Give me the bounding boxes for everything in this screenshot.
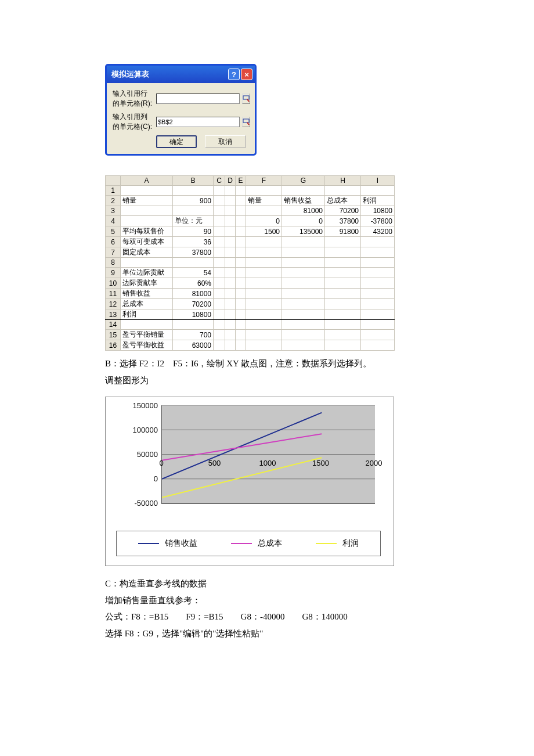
cell[interactable]: 700 [173, 330, 214, 340]
cell[interactable] [361, 299, 395, 309]
cell[interactable] [361, 247, 395, 258]
cell[interactable] [282, 330, 325, 340]
cell[interactable]: 37800 [173, 247, 214, 258]
cell[interactable] [361, 278, 395, 289]
cell[interactable] [246, 237, 282, 247]
cell[interactable] [225, 340, 236, 351]
cell[interactable] [325, 330, 361, 340]
cell[interactable] [214, 330, 225, 340]
cell[interactable] [282, 320, 325, 330]
cell[interactable] [282, 309, 325, 320]
col-header[interactable]: I [361, 176, 395, 186]
cell[interactable] [225, 216, 236, 226]
cell[interactable] [282, 278, 325, 289]
cell[interactable]: 利润 [361, 196, 395, 206]
col-header[interactable]: F [246, 176, 282, 186]
row-header[interactable]: 2 [106, 196, 121, 206]
cell[interactable]: 单位：元 [173, 216, 214, 226]
cell[interactable]: 盈亏平衡收益 [121, 340, 173, 351]
cell[interactable]: 销量 [246, 196, 282, 206]
cell[interactable] [246, 330, 282, 340]
cell[interactable] [361, 320, 395, 330]
row-header[interactable]: 16 [106, 340, 121, 351]
cell[interactable]: 总成本 [325, 196, 361, 206]
cell[interactable] [214, 186, 225, 196]
cell[interactable] [225, 320, 236, 330]
cell[interactable] [214, 289, 225, 299]
cell[interactable] [121, 186, 173, 196]
cell[interactable] [225, 237, 236, 247]
cell[interactable]: 43200 [361, 226, 395, 237]
cell[interactable]: 平均每双售价 [121, 226, 173, 237]
cell[interactable] [214, 247, 225, 258]
col-input-cell[interactable] [156, 117, 240, 127]
cell[interactable]: 总成本 [121, 299, 173, 309]
collapse-dialog-icon[interactable] [242, 117, 250, 127]
cell[interactable] [246, 289, 282, 299]
cell[interactable]: 盈亏平衡销量 [121, 330, 173, 340]
cell[interactable] [282, 237, 325, 247]
collapse-dialog-icon[interactable] [242, 93, 250, 104]
cell[interactable] [361, 309, 395, 320]
cell[interactable] [121, 258, 173, 268]
cell[interactable]: 90 [173, 226, 214, 237]
cell[interactable] [236, 196, 246, 206]
row-header[interactable]: 8 [106, 258, 121, 268]
row-header[interactable]: 6 [106, 237, 121, 247]
cell[interactable] [173, 206, 214, 216]
cell[interactable]: 91800 [325, 226, 361, 237]
cell[interactable] [214, 278, 225, 289]
dialog-titlebar[interactable]: 模拟运算表 ? × [107, 66, 255, 83]
cell[interactable] [246, 206, 282, 216]
cell[interactable]: 81000 [173, 289, 214, 299]
col-header[interactable]: D [225, 176, 236, 186]
row-header[interactable]: 14 [106, 320, 121, 330]
cell[interactable]: 10800 [173, 309, 214, 320]
cell[interactable] [325, 320, 361, 330]
cell[interactable] [282, 268, 325, 278]
cell[interactable] [246, 340, 282, 351]
row-header[interactable]: 9 [106, 268, 121, 278]
row-header[interactable]: 3 [106, 206, 121, 216]
cell[interactable] [214, 268, 225, 278]
cell[interactable] [214, 226, 225, 237]
cell[interactable] [236, 320, 246, 330]
cell[interactable] [214, 237, 225, 247]
cell[interactable]: 10800 [361, 206, 395, 216]
cell[interactable]: 900 [173, 196, 214, 206]
cell[interactable]: 每双可变成本 [121, 237, 173, 247]
cell[interactable] [236, 340, 246, 351]
cell[interactable] [325, 258, 361, 268]
help-icon[interactable]: ? [228, 69, 240, 80]
cell[interactable] [361, 258, 395, 268]
cell[interactable] [173, 320, 214, 330]
cell[interactable] [214, 216, 225, 226]
cell[interactable] [246, 309, 282, 320]
cell[interactable] [282, 340, 325, 351]
ok-button[interactable]: 确定 [156, 135, 197, 148]
row-header[interactable]: 13 [106, 309, 121, 320]
cell[interactable] [236, 330, 246, 340]
cell[interactable]: 销售收益 [282, 196, 325, 206]
cell[interactable]: 54 [173, 268, 214, 278]
cell[interactable] [236, 186, 246, 196]
cell[interactable] [236, 299, 246, 309]
cell[interactable] [325, 237, 361, 247]
cell[interactable]: 固定成本 [121, 247, 173, 258]
cell[interactable] [325, 247, 361, 258]
cell[interactable] [236, 268, 246, 278]
cell[interactable] [325, 186, 361, 196]
cell[interactable] [214, 309, 225, 320]
cell[interactable] [236, 206, 246, 216]
cell[interactable] [225, 299, 236, 309]
cell[interactable] [214, 258, 225, 268]
cell[interactable] [225, 258, 236, 268]
cell[interactable]: 70200 [173, 299, 214, 309]
row-header[interactable]: 4 [106, 216, 121, 226]
cell[interactable] [361, 330, 395, 340]
cell[interactable]: 36 [173, 237, 214, 247]
cell[interactable] [325, 268, 361, 278]
cell[interactable] [361, 186, 395, 196]
cell[interactable] [214, 299, 225, 309]
cell[interactable] [246, 186, 282, 196]
